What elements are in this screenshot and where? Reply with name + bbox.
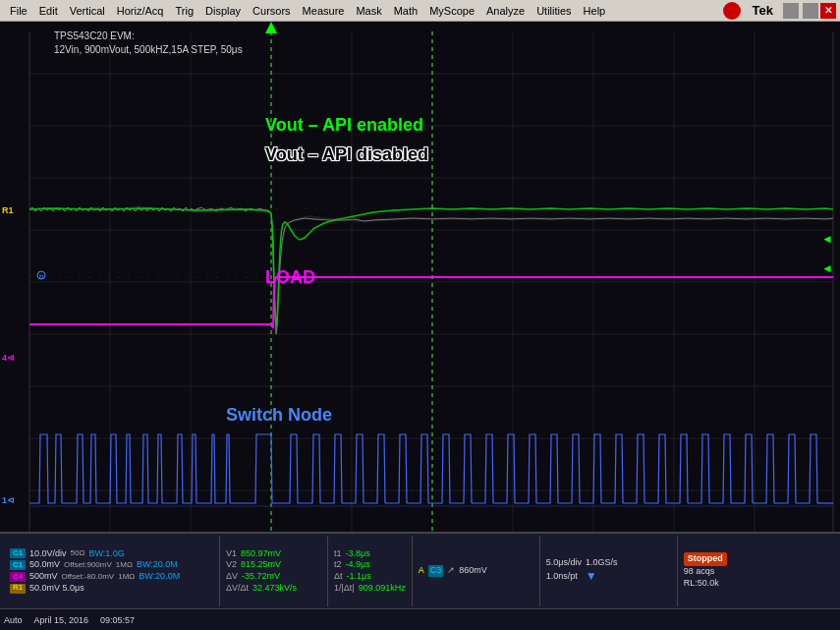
tek-logo — [723, 2, 741, 20]
ch1-bw2: BW:20.0M — [137, 559, 178, 571]
v2-row: V2 815.25mV — [226, 559, 321, 571]
time-div-row: 5.0μs/div 1.0GS/s — [546, 557, 671, 569]
trigger-mode-label: A — [419, 565, 424, 577]
menu-utilities[interactable]: Utilities — [531, 4, 577, 18]
ch1-indicator2: C1 — [10, 560, 26, 570]
r1-setting: 50.0mV 5.0μs — [29, 583, 84, 595]
menu-file[interactable]: File — [4, 4, 33, 18]
ch1-row1: C1 10.0V/div 50Ω BW:1.0G — [10, 548, 213, 560]
svg-text:1⊲: 1⊲ — [2, 495, 15, 505]
timebase-settings: 5.0μs/div 1.0GS/s 1.0ns/pt ▼ — [540, 536, 678, 606]
svg-text:R1: R1 — [2, 205, 14, 215]
freq-row: 1/|Δt| 909.091kHz — [334, 583, 406, 595]
t2-row: t2 -4.9μs — [334, 559, 406, 571]
trigger-channel: C3 — [428, 565, 444, 577]
svg-text:◄: ◄ — [821, 232, 833, 246]
dvdt-label: ΔV/Δt — [226, 583, 249, 595]
stopped-badge: Stopped — [684, 552, 727, 566]
dvdt-value: 32.473kV/s — [252, 583, 297, 595]
svg-text:◄: ◄ — [821, 261, 833, 275]
menu-help[interactable]: Help — [578, 4, 612, 18]
ch4-indicator: C4 — [10, 572, 26, 582]
stopped-row: Stopped — [684, 552, 760, 566]
dt-label: Δt — [334, 571, 343, 583]
menu-math[interactable]: Math — [388, 4, 423, 18]
ch1-setting2: 50.0mV — [29, 559, 60, 571]
menu-horiz[interactable]: Horiz/Acq — [111, 4, 170, 18]
vout-enabled-label: Vout – API enabled — [265, 115, 423, 136]
date-label: April 15, 2016 — [34, 615, 89, 625]
menu-cursors[interactable]: Cursors — [247, 4, 297, 18]
acqs-row: 98 acqs — [684, 566, 760, 578]
dt-row: Δt -1.1μs — [334, 571, 406, 583]
menu-mask[interactable]: Mask — [350, 4, 387, 18]
ch4-offset: Offset:-80.0mV — [62, 572, 115, 582]
menu-display[interactable]: Display — [199, 4, 247, 18]
v1-row: V1 850.97mV — [226, 548, 321, 560]
svg-text:b: b — [39, 272, 44, 281]
r1-row: R1 50.0mV 5.0μs — [10, 583, 213, 595]
channel-settings: C1 10.0V/div 50Ω BW:1.0G C1 50.0mV Offse… — [4, 536, 220, 606]
t1-row: t1 -3.8μs — [334, 548, 406, 560]
t2-value: -4.9μs — [346, 559, 370, 571]
dv-row: ΔV -35.72mV — [226, 571, 321, 583]
record-value: 1.0ns/pt — [546, 571, 578, 583]
t1-value: -3.8μs — [346, 548, 370, 560]
ch4-impedance: 1MΩ — [118, 572, 135, 582]
ch1-bw1: BW:1.0G — [88, 548, 124, 560]
status-top: C1 10.0V/div 50Ω BW:1.0G C1 50.0mV Offse… — [0, 534, 840, 608]
brand-name: Tek — [745, 3, 781, 18]
time-div-value: 5.0μs/div — [546, 557, 582, 569]
dv-value: -35.72mV — [242, 571, 280, 583]
svg-text:4⊲: 4⊲ — [2, 353, 15, 363]
cursor-settings: V1 850.97mV V2 815.25mV ΔV -35.72mV ΔV/Δ… — [220, 536, 328, 606]
record-length: RL:50.0k — [684, 578, 719, 590]
v1-label: V1 — [226, 548, 237, 560]
menu-myscope[interactable]: MyScope — [423, 4, 480, 18]
ch1-offset: Offset:900mV — [64, 560, 112, 570]
trigger-settings: A C3 ↗ 860mV — [413, 536, 540, 606]
waveform-svg: R1 4⊲ 1⊲ ◄ ◄ — [0, 22, 840, 532]
t1-label: t1 — [334, 548, 342, 560]
menu-vertical[interactable]: Vertical — [64, 4, 111, 18]
close-button[interactable]: ✕ — [820, 3, 836, 19]
minimize-button[interactable] — [783, 3, 799, 19]
dt-value: -1.1μs — [347, 571, 371, 583]
t2-label: t2 — [334, 559, 342, 571]
record-row: 1.0ns/pt ▼ — [546, 569, 671, 585]
acqs-count: 98 acqs — [684, 566, 715, 578]
load-label: LOAD — [265, 267, 315, 288]
ch1-setting1: 10.0V/div — [29, 548, 67, 560]
trigger-arrow-icon: ↗ — [447, 565, 455, 577]
scope-container: R1 4⊲ 1⊲ ◄ ◄ — [0, 22, 840, 630]
rl-row: RL:50.0k — [684, 578, 760, 590]
status-bar: C1 10.0V/div 50Ω BW:1.0G C1 50.0mV Offse… — [0, 532, 840, 630]
menu-bar: File Edit Vertical Horiz/Acq Trig Displa… — [0, 0, 840, 22]
menu-measure[interactable]: Measure — [297, 4, 351, 18]
menu-edit[interactable]: Edit — [33, 4, 64, 18]
menu-analyze[interactable]: Analyze — [480, 4, 531, 18]
ch1-impedance1: 50Ω — [71, 548, 85, 558]
ch1-indicator: C1 — [10, 548, 26, 558]
time-label: 09:05:57 — [100, 615, 135, 625]
v2-label: V2 — [226, 559, 237, 571]
mode-label: Auto — [4, 615, 23, 625]
trigger-arrow-down-icon: ▼ — [586, 569, 597, 585]
ch4-row: C4 500mV Offset:-80.0mV 1MΩ BW:20.0M — [10, 571, 213, 583]
ch1-impedance2: 1MΩ — [116, 560, 133, 570]
status-bottom-bar: Auto April 15, 2016 09:05:57 — [0, 608, 840, 630]
freq-label: 1/|Δt| — [334, 583, 355, 595]
trigger-row: A C3 ↗ 860mV — [419, 565, 533, 577]
menu-trig[interactable]: Trig — [169, 4, 199, 18]
maximize-button[interactable] — [803, 3, 818, 19]
v1-value: 850.97mV — [241, 548, 281, 560]
waveform-area: R1 4⊲ 1⊲ ◄ ◄ — [0, 22, 840, 532]
acquisition-status: Stopped 98 acqs RL:50.0k — [678, 536, 766, 606]
switch-node-label: Switch Node — [226, 405, 332, 426]
v2-value: 815.25mV — [241, 559, 281, 571]
freq-value: 909.091kHz — [359, 583, 406, 595]
dv-label: ΔV — [226, 571, 238, 583]
ch4-bw: BW:20.0M — [139, 571, 180, 583]
time-cursor-settings: t1 -3.8μs t2 -4.9μs Δt -1.1μs 1/|Δt| 909… — [328, 536, 413, 606]
r1-indicator: R1 — [10, 584, 26, 594]
